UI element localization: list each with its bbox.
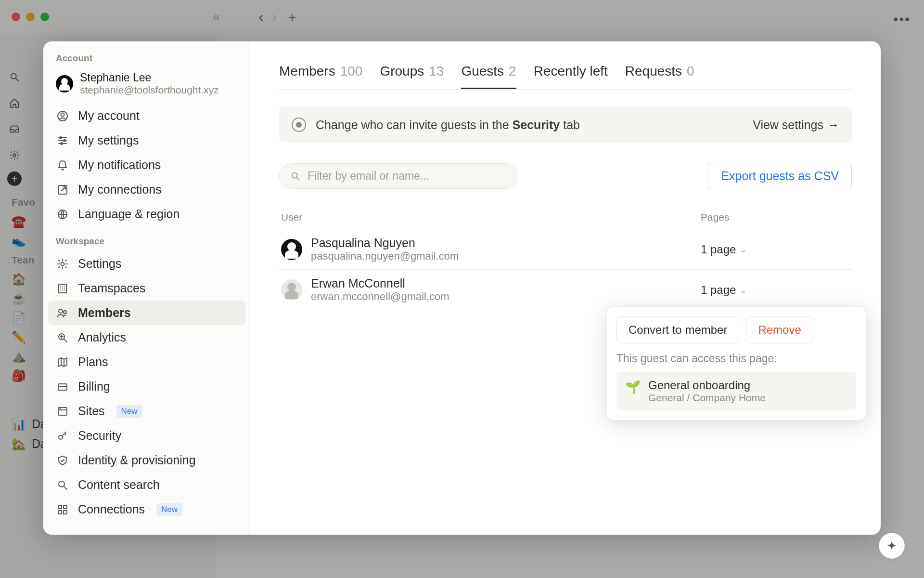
tab-groups[interactable]: Groups13 (380, 64, 444, 89)
remove-guest-button[interactable]: Remove (746, 316, 813, 343)
guest-email: pasqualina.nguyen@gmail.com (311, 250, 701, 263)
sidebar-item-label: Billing (78, 380, 110, 394)
search-input[interactable] (308, 170, 506, 183)
avatar (281, 239, 302, 260)
sidebar-item-security[interactable]: Security (48, 423, 245, 448)
profile-email: stephanie@toolsforthought.xyz (80, 84, 219, 96)
sidebar-item-label: Connections (78, 502, 145, 516)
sidebar-item-identity-provisioning[interactable]: Identity & provisioning (48, 448, 245, 473)
svg-line-39 (64, 486, 67, 489)
members-tabs: Members100Groups13Guests2Recently leftRe… (279, 64, 852, 90)
globe-icon (56, 208, 69, 221)
notice-text: Change who can invite guests in the Secu… (316, 118, 580, 132)
sidebar-item-my-notifications[interactable]: My notifications (48, 153, 245, 177)
sidebar-item-label: My notifications (78, 158, 161, 172)
grid-icon (56, 503, 69, 516)
seedling-icon: 🌱 (625, 380, 641, 394)
sidebar-item-members[interactable]: Members (48, 301, 245, 325)
svg-point-36 (60, 408, 61, 409)
ai-fab-button[interactable]: ✦ (879, 533, 905, 559)
sidebar-item-analytics[interactable]: Analytics (48, 325, 245, 350)
search-icon (290, 171, 301, 182)
sidebar-item-label: Teamspaces (78, 281, 145, 295)
tab-recently-left[interactable]: Recently left (534, 64, 608, 89)
svg-point-13 (61, 262, 64, 265)
avatar (56, 75, 73, 92)
sidebar-item-label: Language & region (78, 207, 180, 221)
svg-rect-41 (64, 505, 67, 509)
table-header: User Pages (279, 211, 852, 229)
svg-rect-43 (64, 511, 67, 514)
chevron-down-icon: ⌄ (740, 285, 747, 295)
search-box[interactable] (279, 163, 517, 189)
svg-line-27 (64, 339, 67, 342)
tab-guests[interactable]: Guests2 (461, 64, 516, 89)
bell-icon (56, 158, 69, 172)
accessible-page[interactable]: 🌱 General onboarding General / Company H… (616, 372, 856, 410)
guest-email: erwan.mcconnell@gmail.com (311, 290, 701, 303)
sidebar-item-label: Content search (78, 478, 160, 492)
new-badge: New (156, 503, 182, 516)
tab-label: Requests (625, 64, 682, 80)
tab-label: Guests (461, 64, 504, 79)
chevron-down-icon: ⌄ (740, 244, 747, 255)
svg-point-24 (59, 309, 63, 313)
sidebar-item-label: Members (78, 306, 131, 320)
svg-rect-32 (58, 384, 67, 390)
guest-row[interactable]: Pasqualina Nguyenpasqualina.nguyen@gmail… (279, 229, 852, 270)
sidebar-item-content-search[interactable]: Content search (48, 473, 245, 497)
section-account-label: Account (48, 51, 245, 68)
settings-modal: Account Stephanie Lee stephanie@toolsfor… (43, 41, 881, 535)
page-title: General onboarding (648, 379, 766, 392)
guest-name: Pasqualina Nguyen (311, 236, 701, 250)
view-settings-link[interactable]: View settings → (753, 118, 839, 132)
sidebar-item-sites[interactable]: SitesNew (48, 399, 245, 423)
tab-label: Recently left (534, 64, 608, 80)
col-pages: Pages (701, 211, 850, 223)
tab-requests[interactable]: Requests0 (625, 64, 694, 89)
sidebar-item-language-region[interactable]: Language & region (48, 202, 245, 226)
sparkle-icon: ✦ (886, 539, 897, 553)
sidebar-item-label: My settings (78, 133, 139, 147)
sidebar-item-label: Sites (78, 404, 105, 418)
svg-point-44 (292, 172, 297, 178)
avatar (281, 279, 302, 301)
popover-actions: Convert to member Remove (616, 316, 856, 343)
tab-label: Groups (380, 64, 424, 80)
app-root: ACME + Favo ☎️ 👟 Tean 🏠 ☕ 📄 ✏️ ⛰️ 🎒 📊Dat… (0, 0, 924, 578)
sidebar-item-settings[interactable]: Settings (48, 251, 245, 276)
tab-members[interactable]: Members100 (279, 64, 362, 89)
profile-block[interactable]: Stephanie Lee stephanie@toolsforthought.… (48, 68, 245, 104)
tab-label: Members (279, 64, 335, 80)
tab-count: 13 (429, 64, 444, 80)
profile-name: Stephanie Lee (80, 71, 219, 84)
arrow-right-icon: → (827, 118, 839, 132)
sidebar-item-my-account[interactable]: My account (48, 104, 245, 128)
shield-icon (56, 454, 69, 467)
sidebar-item-label: Analytics (78, 330, 126, 344)
guest-popover: Convert to member Remove This guest can … (606, 306, 866, 420)
svg-point-38 (59, 481, 64, 487)
guest-name: Erwan McConnell (311, 276, 701, 290)
security-notice: Change who can invite guests in the Secu… (279, 107, 852, 143)
popover-description: This guest can access this page: (616, 352, 856, 365)
building-icon (56, 282, 69, 295)
sidebar-item-billing[interactable]: Billing (48, 374, 245, 399)
convert-to-member-button[interactable]: Convert to member (616, 316, 739, 343)
sidebar-item-label: Identity & provisioning (78, 453, 196, 467)
sidebar-item-label: Settings (78, 257, 121, 271)
sidebar-item-connections[interactable]: ConnectionsNew (48, 497, 245, 522)
sidebar-item-my-connections[interactable]: My connections (48, 177, 245, 202)
browser-icon (56, 405, 69, 418)
sidebar-item-my-settings[interactable]: My settings (48, 128, 245, 153)
col-user: User (281, 211, 701, 223)
guest-pages[interactable]: 1 page ⌄ (701, 283, 850, 297)
sidebar-item-teamspaces[interactable]: Teamspaces (48, 276, 245, 301)
sliders-icon (56, 134, 69, 147)
export-csv-button[interactable]: Export guests as CSV (708, 162, 852, 190)
sidebar-item-label: Plans (78, 355, 108, 369)
svg-point-25 (64, 311, 66, 314)
sidebar-item-plans[interactable]: Plans (48, 350, 245, 374)
guest-row[interactable]: Erwan McConnellerwan.mcconnell@gmail.com… (279, 270, 852, 310)
guest-pages[interactable]: 1 page ⌄ (701, 243, 850, 256)
